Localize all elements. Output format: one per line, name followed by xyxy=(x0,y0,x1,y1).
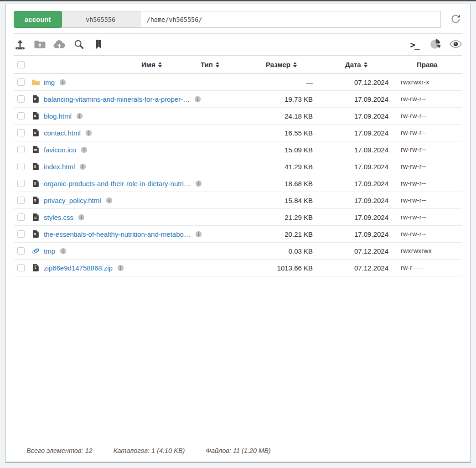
info-icon[interactable] xyxy=(106,197,113,204)
file-size: 1013.66 KB xyxy=(257,264,325,272)
file-name-link[interactable]: blog.html xyxy=(44,112,72,120)
file-permissions: rwxrwxrwx xyxy=(401,247,462,255)
account-button[interactable]: account xyxy=(14,11,62,28)
cloud-upload-icon xyxy=(53,39,66,50)
row-checkbox[interactable] xyxy=(17,163,25,170)
file-name-link[interactable]: organic-products-and-their-role-in-dieta… xyxy=(44,180,191,187)
file-permissions: rw-rw-r-- xyxy=(401,129,462,136)
folder-upload-button[interactable] xyxy=(33,38,46,52)
file-name-link[interactable]: styles.css xyxy=(44,213,73,221)
home-dir-segment[interactable]: vh565556 xyxy=(61,11,140,28)
file-permissions: rw-rw-r-- xyxy=(401,180,462,187)
row-check-cell xyxy=(14,197,31,204)
column-header-size[interactable]: Размер xyxy=(266,56,297,73)
table-row: zip66e9d14758868.zip 1013.66 KB 07.12.20… xyxy=(14,260,462,276)
bookmark-button[interactable] xyxy=(92,38,105,52)
row-name-cell: tmp xyxy=(31,247,257,255)
file-date: 17.09.2024 xyxy=(325,129,401,137)
info-icon[interactable] xyxy=(81,146,88,153)
column-header-type[interactable]: Тип xyxy=(201,56,219,73)
cloud-upload-button[interactable] xyxy=(53,38,66,52)
info-icon[interactable] xyxy=(59,79,66,86)
row-checkbox[interactable] xyxy=(17,213,25,221)
row-checkbox[interactable] xyxy=(17,264,25,271)
search-button[interactable] xyxy=(72,38,85,52)
row-checkbox[interactable] xyxy=(17,112,25,120)
info-icon[interactable] xyxy=(194,96,201,103)
file-permissions: rw-rw-r-- xyxy=(401,230,462,238)
row-checkbox[interactable] xyxy=(17,78,25,86)
file-size: 41.29 KB xyxy=(257,163,325,171)
file-name-link[interactable]: the-essentials-of-healthy-nutrition-and-… xyxy=(44,230,191,238)
upload-button[interactable] xyxy=(14,38,26,52)
row-checkbox[interactable] xyxy=(17,129,25,136)
row-check-cell xyxy=(14,213,31,221)
terminal-button[interactable]: >_ xyxy=(408,38,421,52)
row-name-cell: img xyxy=(31,78,257,86)
row-checkbox[interactable] xyxy=(17,95,25,103)
row-check-cell xyxy=(14,129,31,136)
file-text-icon xyxy=(31,146,40,154)
info-icon[interactable] xyxy=(117,265,124,271)
file-name-link[interactable]: img xyxy=(44,78,55,86)
info-icon[interactable] xyxy=(195,180,202,187)
row-checkbox[interactable] xyxy=(17,230,25,238)
disk-usage-button[interactable] xyxy=(429,38,441,52)
file-html-icon xyxy=(31,112,40,120)
row-checkbox[interactable] xyxy=(17,247,25,255)
bookmark-icon xyxy=(95,39,102,51)
sort-icon xyxy=(216,62,219,68)
file-name-link[interactable]: contact.html xyxy=(44,129,81,137)
row-name-cell: styles.css xyxy=(31,213,257,221)
column-header-date[interactable]: Дата xyxy=(345,56,367,73)
file-html-icon xyxy=(31,129,40,137)
file-size: 15.84 KB xyxy=(257,197,325,204)
file-date: 17.09.2024 xyxy=(325,112,401,120)
file-size: 0.03 KB xyxy=(257,247,325,255)
file-name-link[interactable]: favicon.ico xyxy=(44,146,76,154)
file-name-link[interactable]: privacy_policy.html xyxy=(44,197,101,204)
terminal-icon: >_ xyxy=(410,40,419,50)
file-date: 17.09.2024 xyxy=(325,95,401,103)
info-icon[interactable] xyxy=(60,248,67,255)
row-checkbox[interactable] xyxy=(17,197,25,204)
row-name-cell: zip66e9d14758868.zip xyxy=(31,264,257,272)
file-text-icon xyxy=(31,213,40,221)
info-icon[interactable] xyxy=(85,130,92,136)
sort-icon xyxy=(293,62,297,68)
path-input[interactable] xyxy=(140,11,441,28)
row-name-cell: index.html xyxy=(31,162,257,171)
file-date: 07.12.2024 xyxy=(325,264,401,272)
file-html-icon xyxy=(31,230,40,238)
row-checkbox[interactable] xyxy=(17,180,25,187)
file-table-body: img — 07.12.2024 rwxrwxr-x balancing-vit… xyxy=(14,74,462,276)
folder-upload-icon xyxy=(34,39,46,51)
file-name-link[interactable]: zip66e9d14758868.zip xyxy=(44,264,113,272)
file-permissions: rw-r----- xyxy=(401,264,462,271)
info-icon[interactable] xyxy=(78,214,85,221)
file-date: 17.09.2024 xyxy=(325,197,401,204)
row-checkbox[interactable] xyxy=(17,146,25,153)
refresh-icon xyxy=(450,14,461,26)
row-check-cell xyxy=(14,112,31,120)
column-header-name[interactable]: Имя xyxy=(141,56,162,73)
table-row: img — 07.12.2024 rwxrwxr-x xyxy=(14,74,462,91)
select-all-checkbox[interactable] xyxy=(17,61,25,68)
info-icon[interactable] xyxy=(76,113,83,120)
file-name-link[interactable]: tmp xyxy=(44,247,55,255)
file-date: 17.09.2024 xyxy=(325,180,401,187)
file-html-icon xyxy=(31,179,40,187)
preview-button[interactable] xyxy=(449,38,462,52)
status-files: Файлов: 11 (1.20 MB) xyxy=(206,447,270,454)
info-icon[interactable] xyxy=(195,231,202,238)
info-icon[interactable] xyxy=(79,163,86,170)
file-name-link[interactable]: balancing-vitamins-and-minerals-for-a-pr… xyxy=(44,95,190,103)
table-row: the-essentials-of-healthy-nutrition-and-… xyxy=(14,226,462,243)
refresh-button[interactable] xyxy=(448,12,463,27)
file-name-link[interactable]: index.html xyxy=(44,163,75,171)
file-permissions: rw-rw-r-- xyxy=(401,146,462,153)
table-row: tmp 0.03 KB 07.12.2024 rwxrwxrwx xyxy=(14,243,462,260)
pie-chart-icon xyxy=(429,38,441,51)
file-date: 17.09.2024 xyxy=(325,230,401,238)
file-size: 21.29 KB xyxy=(257,213,325,221)
